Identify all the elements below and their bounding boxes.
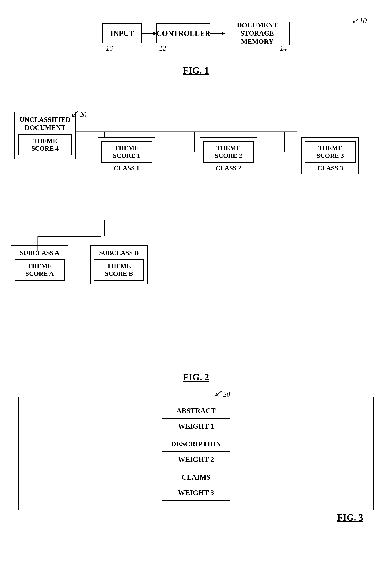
class2-group: THEME SCORE 2 CLASS 2 <box>200 137 257 174</box>
class2-box: THEME SCORE 2 CLASS 2 <box>200 137 257 174</box>
class2-inner: THEME SCORE 2 <box>203 141 254 163</box>
class2-label: CLASS 2 <box>203 164 254 172</box>
class1-inner: THEME SCORE 1 <box>101 141 152 163</box>
abstract-section: ABSTRACT WEIGHT 1 <box>44 406 348 434</box>
class3-label: CLASS 3 <box>305 164 356 172</box>
fig3-diagram: ↙20 ABSTRACT WEIGHT 1 DESCRIPTION WEIGHT… <box>18 397 374 510</box>
fig2-label: FIG. 2 <box>183 372 209 383</box>
fig3-label: FIG. 3 <box>337 512 363 523</box>
claims-section: CLAIMS WEIGHT 3 <box>44 473 348 501</box>
arrow-controller-to-docstore <box>210 33 225 34</box>
fig2-diagram: UNCLASSIFIED DOCUMENT THEME SCORE 4 ↙20 … <box>0 94 392 386</box>
ref-16-label: 16 <box>106 44 113 52</box>
docstore-box: DOCUMENT STORAGE MEMORY <box>225 22 290 45</box>
class3-box: THEME SCORE 3 CLASS 3 <box>301 137 359 174</box>
ref-20-fig3: ↙20 <box>214 388 230 399</box>
weight3-box: WEIGHT 3 <box>162 484 230 501</box>
fig3-outer-box: ABSTRACT WEIGHT 1 DESCRIPTION WEIGHT 2 C… <box>18 397 374 510</box>
class-row: THEME SCORE 1 CLASS 1 THEME SCORE 2 CLAS… <box>76 137 381 174</box>
class1-group: THEME SCORE 1 CLASS 1 <box>98 137 156 174</box>
subA-box: SUBCLASS A THEME SCORE A <box>11 245 69 284</box>
ref-12-label: 12 <box>159 44 166 52</box>
subA-inner: THEME SCORE A <box>15 259 65 281</box>
class1-label: CLASS 1 <box>101 164 152 172</box>
abstract-title: ABSTRACT <box>176 406 216 415</box>
subclass-row: SUBCLASS A THEME SCORE A SUBCLASS B THEM… <box>11 245 148 284</box>
description-section: DESCRIPTION WEIGHT 2 <box>44 440 348 467</box>
input-box: INPUT <box>102 23 142 43</box>
description-title: DESCRIPTION <box>171 440 221 448</box>
ref-20-fig2: ↙20 <box>70 108 86 119</box>
weight2-box: WEIGHT 2 <box>162 451 230 467</box>
unclassified-box: UNCLASSIFIED DOCUMENT THEME SCORE 4 <box>14 112 76 159</box>
theme-score-4-box: THEME SCORE 4 <box>18 134 72 155</box>
controller-box: CONTROLLER <box>156 23 210 43</box>
class1-box: THEME SCORE 1 CLASS 1 <box>98 137 156 174</box>
subB-title: SUBCLASS B <box>94 249 144 257</box>
subB-inner: THEME SCORE B <box>94 259 144 281</box>
subA-title: SUBCLASS A <box>15 249 65 257</box>
unclassified-title: UNCLASSIFIED DOCUMENT <box>18 116 72 132</box>
weight1-box: WEIGHT 1 <box>162 418 230 434</box>
ref-14-label: 14 <box>280 44 287 52</box>
class3-inner: THEME SCORE 3 <box>305 141 356 163</box>
arrow-input-to-controller <box>142 33 156 34</box>
fig1-diagram: 10 INPUT CONTROLLER DOCUMENT STORAGE MEM… <box>14 11 378 79</box>
class3-group: THEME SCORE 3 CLASS 3 <box>301 137 359 174</box>
fig1-label: FIG. 1 <box>183 65 209 76</box>
subB-box: SUBCLASS B THEME SCORE B <box>90 245 148 284</box>
claims-title: CLAIMS <box>182 473 210 481</box>
